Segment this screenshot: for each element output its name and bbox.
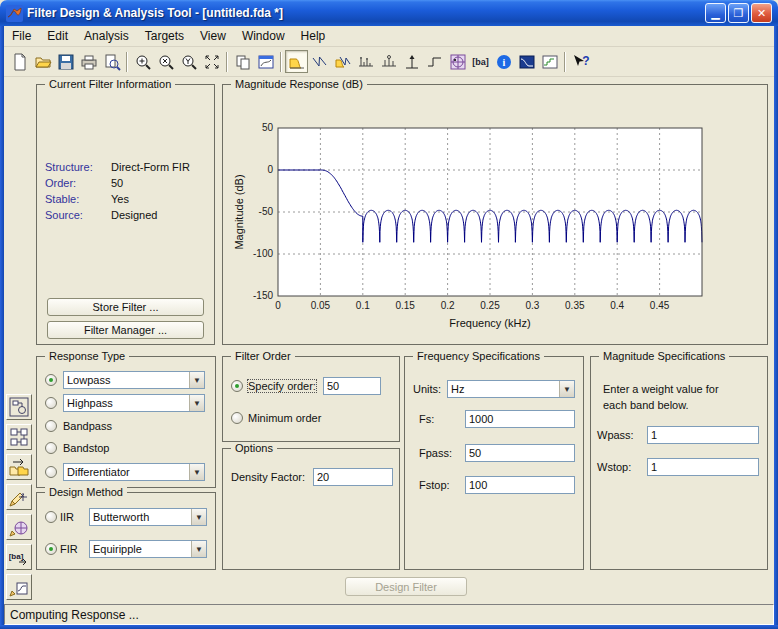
svg-text:0.2: 0.2 bbox=[441, 300, 455, 311]
save-icon[interactable] bbox=[54, 50, 77, 73]
menu-targets[interactable]: Targets bbox=[137, 27, 192, 45]
specification-mask-icon[interactable] bbox=[515, 50, 538, 73]
group-delay-icon[interactable] bbox=[354, 50, 377, 73]
sidebar-import-filter-button[interactable]: [ba] bbox=[6, 544, 32, 570]
menu-bar: FileEditAnalysisTargetsViewWindowHelp bbox=[4, 26, 774, 47]
options-panel: Options Density Factor: bbox=[222, 448, 400, 570]
chevron-down-icon[interactable]: ▼ bbox=[189, 395, 204, 411]
menu-analysis[interactable]: Analysis bbox=[76, 27, 137, 45]
svg-text:0.4: 0.4 bbox=[610, 300, 624, 311]
weight-note-line1: Enter a weight value for bbox=[603, 383, 719, 395]
chevron-down-icon[interactable]: ▼ bbox=[189, 464, 204, 480]
menu-window[interactable]: Window bbox=[234, 27, 293, 45]
fpass-label: Fpass: bbox=[419, 447, 452, 459]
magnitude-response-icon[interactable] bbox=[285, 50, 308, 73]
fpass-input[interactable] bbox=[465, 444, 575, 462]
sidebar-set-quantization-button[interactable] bbox=[6, 514, 32, 540]
menu-view[interactable]: View bbox=[192, 27, 234, 45]
iir-method-dropdown[interactable]: Butterworth▼ bbox=[89, 508, 207, 526]
specify-order-input[interactable] bbox=[323, 377, 381, 395]
new-file-icon[interactable] bbox=[8, 50, 31, 73]
panel-title: Current Filter Information bbox=[45, 78, 175, 90]
svg-text:0.45: 0.45 bbox=[650, 300, 670, 311]
fs-input[interactable] bbox=[465, 410, 575, 428]
fstop-input[interactable] bbox=[465, 476, 575, 494]
highpass-radio[interactable] bbox=[45, 397, 57, 409]
magnitude-phase-response-icon[interactable] bbox=[331, 50, 354, 73]
differentiator-radio[interactable] bbox=[45, 466, 57, 478]
store-filter-button[interactable]: Store Filter ... bbox=[47, 298, 204, 316]
window-border-left bbox=[0, 26, 4, 625]
toolbar-separator bbox=[280, 52, 282, 72]
units-dropdown[interactable]: Hz▼ bbox=[447, 380, 575, 398]
chevron-down-icon[interactable]: ▼ bbox=[191, 541, 206, 557]
status-text: Computing Response ... bbox=[10, 608, 139, 622]
print-preview-icon[interactable] bbox=[100, 50, 123, 73]
lowpass-radio[interactable] bbox=[45, 374, 57, 386]
menu-help[interactable]: Help bbox=[293, 27, 334, 45]
order-label: Order: bbox=[45, 177, 76, 189]
phase-response-icon[interactable] bbox=[308, 50, 331, 73]
full-view-icon[interactable] bbox=[200, 50, 223, 73]
sidebar-transform-filter-button[interactable] bbox=[6, 424, 32, 450]
zoom-in-icon[interactable] bbox=[131, 50, 154, 73]
sidebar-realize-model-button[interactable] bbox=[6, 394, 32, 420]
differentiator-dropdown[interactable]: Differentiator▼ bbox=[63, 463, 205, 481]
minimum-order-radio[interactable] bbox=[231, 412, 243, 424]
panel-title: Magnitude Specifications bbox=[599, 350, 729, 362]
print-to-figure-icon[interactable] bbox=[254, 50, 277, 73]
sidebar-pole-zero-editor-button[interactable] bbox=[6, 484, 32, 510]
close-button[interactable]: ✕ bbox=[751, 3, 772, 23]
pole-zero-plot-icon[interactable] bbox=[446, 50, 469, 73]
lowpass-dropdown[interactable]: Lowpass▼ bbox=[63, 371, 205, 389]
svg-text:-50: -50 bbox=[259, 206, 274, 217]
specify-order-label: Specify order: bbox=[248, 380, 316, 392]
design-filter-button[interactable]: Design Filter bbox=[345, 577, 467, 596]
chevron-down-icon[interactable]: ▼ bbox=[559, 381, 574, 397]
maximize-button[interactable]: ❒ bbox=[728, 3, 749, 23]
stable-label: Stable: bbox=[45, 193, 79, 205]
filter-coefficients-icon[interactable]: [ba] bbox=[469, 50, 492, 73]
specify-order-radio[interactable] bbox=[231, 380, 243, 392]
impulse-response-icon[interactable] bbox=[400, 50, 423, 73]
svg-text:Magnitude (dB): Magnitude (dB) bbox=[233, 174, 245, 249]
title-bar: Filter Design & Analysis Tool - [untitle… bbox=[0, 0, 778, 26]
menu-file[interactable]: File bbox=[4, 27, 39, 45]
chevron-down-icon[interactable]: ▼ bbox=[189, 372, 204, 388]
svg-text:?: ? bbox=[582, 54, 589, 68]
window-title: Filter Design & Analysis Tool - [untitle… bbox=[27, 6, 283, 20]
chevron-down-icon[interactable]: ▼ bbox=[191, 509, 206, 525]
wstop-input[interactable] bbox=[647, 458, 759, 476]
bandpass-radio[interactable] bbox=[45, 420, 57, 432]
svg-text:i: i bbox=[502, 57, 505, 68]
bandstop-radio[interactable] bbox=[45, 442, 57, 454]
minimize-button[interactable]: ▁ bbox=[705, 3, 726, 23]
copy-icon[interactable] bbox=[231, 50, 254, 73]
fir-radio[interactable] bbox=[45, 543, 57, 555]
fir-method-dropdown[interactable]: Equiripple▼ bbox=[89, 540, 207, 558]
wpass-label: Wpass: bbox=[597, 429, 634, 441]
multirate-filter-icon bbox=[9, 457, 29, 477]
sidebar-multirate-filter-button[interactable] bbox=[6, 454, 32, 480]
zoom-x-icon[interactable] bbox=[154, 50, 177, 73]
wpass-input[interactable] bbox=[647, 426, 759, 444]
help-mode-icon[interactable]: ? bbox=[569, 50, 592, 73]
filter-manager-button[interactable]: Filter Manager ... bbox=[47, 321, 204, 339]
filter-info-icon[interactable]: i bbox=[492, 50, 515, 73]
sidebar-design-filter-button[interactable] bbox=[6, 574, 32, 600]
step-response-icon[interactable] bbox=[423, 50, 446, 73]
pole-zero-editor-icon bbox=[9, 487, 29, 507]
svg-text:0.15: 0.15 bbox=[395, 300, 415, 311]
quantized-response-icon[interactable] bbox=[538, 50, 561, 73]
menu-edit[interactable]: Edit bbox=[39, 27, 76, 45]
svg-text:0.3: 0.3 bbox=[525, 300, 539, 311]
print-icon[interactable] bbox=[77, 50, 100, 73]
density-factor-input[interactable] bbox=[313, 468, 393, 486]
iir-radio[interactable] bbox=[45, 511, 57, 523]
svg-text:-100: -100 bbox=[253, 248, 273, 259]
open-file-icon[interactable] bbox=[31, 50, 54, 73]
fir-label: FIR bbox=[60, 543, 78, 555]
highpass-dropdown[interactable]: Highpass▼ bbox=[63, 394, 205, 412]
phase-delay-icon[interactable] bbox=[377, 50, 400, 73]
zoom-y-icon[interactable] bbox=[177, 50, 200, 73]
